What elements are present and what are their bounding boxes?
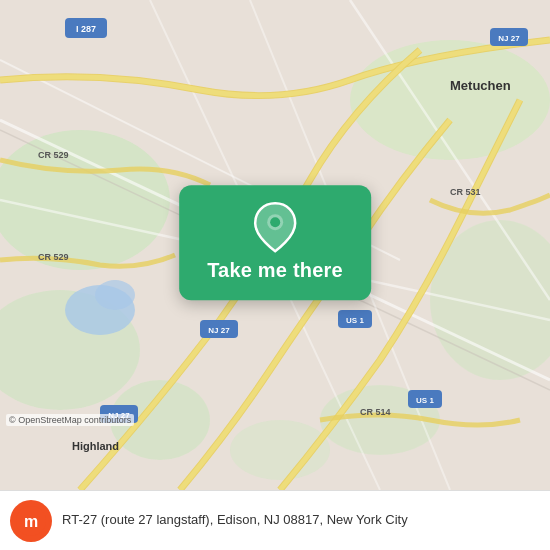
take-me-there-button[interactable]: Take me there (179, 185, 371, 300)
map-container: I 287 NJ 27 NJ 27 NJ 27 US 1 US 1 CR 529… (0, 0, 550, 490)
svg-text:Metuchen: Metuchen (450, 78, 511, 93)
svg-text:CR 514: CR 514 (360, 407, 391, 417)
svg-text:CR 529: CR 529 (38, 150, 69, 160)
svg-text:US 1: US 1 (416, 396, 434, 405)
svg-text:NJ 27: NJ 27 (208, 326, 230, 335)
svg-text:CR 529: CR 529 (38, 252, 69, 262)
address-text: RT-27 (route 27 langstaff), Edison, NJ 0… (62, 511, 538, 529)
take-me-there-label: Take me there (207, 259, 343, 282)
location-pin-icon (251, 203, 299, 251)
svg-point-36 (270, 217, 280, 227)
svg-text:CR 531: CR 531 (450, 187, 481, 197)
svg-point-9 (95, 280, 135, 310)
svg-text:US 1: US 1 (346, 316, 364, 325)
map-attribution: © OpenStreetMap contributors (6, 414, 134, 426)
svg-text:Highland: Highland (72, 440, 119, 452)
moovit-logo: m (10, 500, 52, 542)
svg-text:NJ 27: NJ 27 (498, 34, 520, 43)
bottom-bar: m RT-27 (route 27 langstaff), Edison, NJ… (0, 490, 550, 550)
svg-text:I 287: I 287 (76, 24, 96, 34)
svg-text:m: m (24, 513, 38, 530)
